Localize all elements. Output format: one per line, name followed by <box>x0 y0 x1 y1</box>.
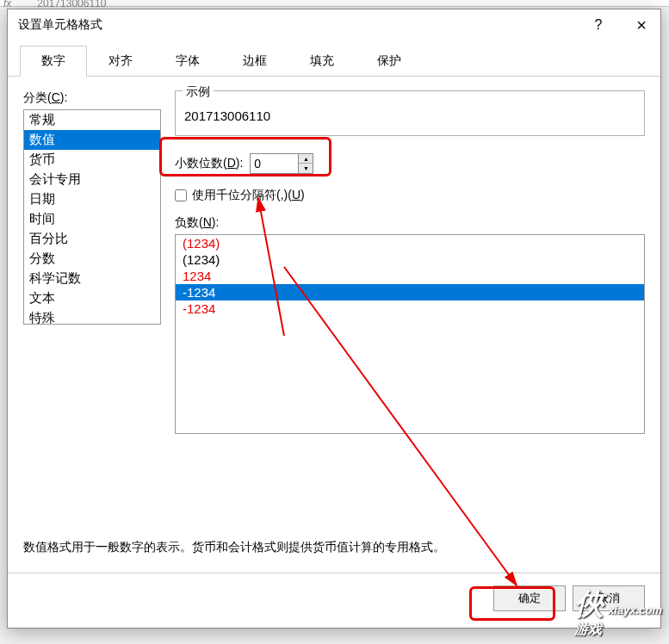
help-button[interactable]: ? <box>587 14 609 36</box>
negative-item[interactable]: 1234 <box>176 268 644 284</box>
spinner-up-icon[interactable]: ▲ <box>299 154 313 164</box>
dialog-footer: 确定 取消 <box>8 573 660 623</box>
formula-bar: fx 201713006110 <box>0 0 669 7</box>
thousands-label: 使用千位分隔符(,)(U) <box>192 188 305 203</box>
decimal-spinner[interactable]: ▲ ▼ <box>250 153 313 174</box>
decimal-input[interactable] <box>251 154 299 173</box>
category-item[interactable]: 货币 <box>24 150 160 170</box>
format-description: 数值格式用于一般数字的表示。货币和会计格式则提供货币值计算的专用格式。 <box>23 540 645 555</box>
category-item[interactable]: 分数 <box>24 249 160 269</box>
category-item[interactable]: 百分比 <box>24 229 160 249</box>
tab-content: 分类(C): 常规 数值 货币 会计专用 日期 时间 百分比 分数 科学记数 文… <box>8 77 660 573</box>
category-list[interactable]: 常规 数值 货币 会计专用 日期 时间 百分比 分数 科学记数 文本 特殊 自定… <box>23 109 161 325</box>
category-item[interactable]: 科学记数 <box>24 269 160 288</box>
negative-item[interactable]: (1234) <box>176 235 644 251</box>
fx-label: fx <box>3 0 11 9</box>
watermark: 俠 xiayx.com 游戏 <box>574 585 662 635</box>
tab-alignment[interactable]: 对齐 <box>87 46 154 76</box>
category-item[interactable]: 日期 <box>24 189 160 209</box>
sample-value: 201713006110 <box>184 108 635 123</box>
category-label: 分类(C): <box>23 90 161 106</box>
category-item[interactable]: 时间 <box>24 209 160 229</box>
close-button[interactable]: × <box>629 12 654 39</box>
decimal-label: 小数位数(D): <box>175 156 243 171</box>
negative-item[interactable]: -1234 <box>176 300 644 317</box>
spinner-down-icon[interactable]: ▼ <box>299 164 313 173</box>
thousands-checkbox[interactable] <box>175 189 187 201</box>
category-item[interactable]: 数值 <box>24 130 160 150</box>
category-item[interactable]: 会计专用 <box>24 170 160 189</box>
category-item[interactable]: 特殊 <box>24 308 160 325</box>
sample-label: 示例 <box>183 84 214 100</box>
ok-button[interactable]: 确定 <box>493 585 566 611</box>
dialog-title: 设置单元格格式 <box>18 17 102 33</box>
negative-item[interactable]: (1234) <box>176 251 644 268</box>
negative-item[interactable]: -1234 <box>176 284 644 300</box>
titlebar: 设置单元格格式 ? × <box>8 9 660 40</box>
tabs: 数字 对齐 字体 边框 填充 保护 <box>8 46 660 77</box>
negative-label: 负数(N): <box>175 215 645 231</box>
decimal-row: 小数位数(D): ▲ ▼ <box>175 148 645 179</box>
tab-protection[interactable]: 保护 <box>356 46 423 76</box>
category-item[interactable]: 常规 <box>24 110 160 130</box>
category-item[interactable]: 文本 <box>24 288 160 308</box>
negative-list[interactable]: (1234) (1234) 1234 -1234 -1234 <box>175 234 645 434</box>
format-cells-dialog: 设置单元格格式 ? × 数字 对齐 字体 边框 填充 保护 分类(C): 常规 … <box>7 9 661 629</box>
tab-border[interactable]: 边框 <box>221 46 288 76</box>
tab-fill[interactable]: 填充 <box>288 46 356 76</box>
tab-number[interactable]: 数字 <box>20 46 87 77</box>
formula-value: 201713006110 <box>37 0 106 9</box>
thousands-row: 使用千位分隔符(,)(U) <box>175 188 645 203</box>
tab-font[interactable]: 字体 <box>154 46 221 76</box>
sample-box: 示例 201713006110 <box>175 90 645 136</box>
